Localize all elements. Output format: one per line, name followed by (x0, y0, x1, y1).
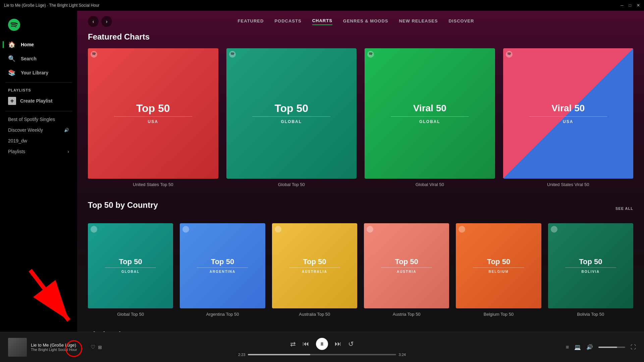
country-section-header: Top 50 by Country SEE ALL (88, 200, 633, 217)
tab-new-releases[interactable]: NEW RELEASES (399, 18, 438, 25)
back-button[interactable]: ‹ (88, 16, 99, 27)
country-country-4: AUSTRIA (397, 270, 416, 274)
card-divider (391, 116, 469, 117)
maximize-button[interactable]: □ (629, 3, 631, 8)
library-label: Your Library (21, 70, 48, 75)
tab-discover[interactable]: DISCOVER (448, 18, 474, 25)
chart-card-austria[interactable]: Top 50 AUSTRIA Austria Top 50 (364, 223, 449, 317)
sidebar-divider-2 (5, 111, 72, 111)
forward-button[interactable]: › (101, 16, 112, 27)
create-playlist-label: Create Playlist (20, 98, 53, 104)
nav-links: FEATURED PODCASTS CHARTS GENRES & MOODS … (238, 18, 474, 25)
shuffle-button[interactable]: ⇄ (290, 340, 296, 348)
chart-card-us-top50[interactable]: Top 50 USA United States Top 50 (88, 48, 218, 187)
playlist-label: Discover Weekly (8, 127, 43, 133)
card-divider (114, 116, 192, 117)
chart-card-us-viral[interactable]: Viral 50 USA United States Viral 50 (503, 48, 634, 187)
playlist-label: Playlists (8, 149, 25, 154)
main-content: ‹ › FEATURED PODCASTS CHARTS GENRES & MO… (77, 11, 644, 332)
svg-point-10 (551, 226, 557, 233)
featured-card-label-2: Global Top 50 (226, 182, 357, 187)
nav-arrows: ‹ › (88, 16, 112, 27)
tab-charts[interactable]: CHARTS (312, 18, 332, 25)
svg-point-4 (506, 51, 513, 58)
card-divider (289, 267, 340, 268)
country-card-label-1: Global Top 50 (88, 312, 173, 317)
home-label: Home (21, 42, 34, 47)
chart-card-australia[interactable]: Top 50 AUSTRALIA Australia Top 50 (272, 223, 357, 317)
progress-fill (248, 354, 310, 355)
chart-card-global-viral[interactable]: Viral 50 GLOBAL Global Viral 50 (365, 48, 495, 187)
track-actions: ♡ ⊞ (91, 344, 102, 350)
svg-point-5 (91, 226, 97, 233)
volume-icon[interactable]: 🔊 (586, 344, 593, 350)
country-card-label-6: Bolivia Top 50 (548, 312, 633, 317)
repeat-button[interactable]: ↺ (348, 340, 354, 348)
player-track-info: Lie to Me (Große Lüge) The Bright Light … (8, 338, 102, 357)
spotify-logo[interactable] (0, 13, 77, 38)
country-card-label-3: Australia Top 50 (272, 312, 357, 317)
chart-card-global-top50[interactable]: Top 50 GLOBAL Global Top 50 (226, 48, 357, 187)
home-icon: 🏠 (8, 41, 15, 48)
minimize-button[interactable]: ─ (621, 3, 624, 8)
playlist-item-best-of-spotify[interactable]: Best of Spotify Singles (0, 114, 77, 125)
featured-charts-grid: Top 50 USA United States Top 50 Top 50 G… (88, 48, 633, 187)
tab-genres-moods[interactable]: GENRES & MOODS (343, 18, 388, 25)
chart-image-australia: Top 50 AUSTRALIA (272, 223, 357, 308)
chart-image-argentina: Top 50 ARGENTINA (180, 223, 265, 308)
chart-image-bolivia: Top 50 BOLIVIA (548, 223, 633, 308)
playlists-section-label: PLAYLISTS (0, 85, 77, 94)
previous-button[interactable]: ⏮ (303, 340, 309, 348)
playlist-label: 2019_dw (8, 138, 27, 143)
next-button[interactable]: ⏭ (335, 340, 341, 348)
play-pause-button[interactable]: ⏸ (316, 338, 328, 350)
like-button[interactable]: ♡ (91, 344, 95, 350)
chart-card-argentina[interactable]: Top 50 ARGENTINA Argentina Top 50 (180, 223, 265, 317)
playlist-item-playlists[interactable]: Playlists › (0, 146, 77, 157)
sidebar-item-library[interactable]: 📚 Your Library (3, 66, 74, 80)
featured-viral-label-2: Viral 50 (551, 103, 585, 114)
featured-top50-label-2: Top 50 (274, 103, 308, 114)
track-name: Lie to Me (Große Lüge) (31, 343, 87, 348)
album-art (8, 338, 27, 357)
sidebar-navigation: 🏠 Home 🔍 Search 📚 Your Library (0, 38, 77, 80)
see-all-country-button[interactable]: SEE ALL (615, 206, 633, 210)
featured-viral-label-1: Viral 50 (413, 103, 446, 114)
country-card-label-2: Argentina Top 50 (180, 312, 265, 317)
featured-card-label-3: Global Viral 50 (365, 182, 495, 187)
create-playlist-button[interactable]: + Create Playlist (0, 94, 77, 108)
devices-icon[interactable]: 💻 (574, 344, 581, 350)
chart-image-austria: Top 50 AUSTRIA (364, 223, 449, 308)
svg-point-6 (182, 226, 189, 233)
fullscreen-icon[interactable]: ⛶ (631, 344, 636, 350)
chart-image-us-top50: Top 50 USA (88, 48, 218, 179)
tab-featured[interactable]: FEATURED (238, 18, 264, 25)
queue-button[interactable]: ⊞ (98, 345, 102, 350)
card-divider (529, 116, 607, 117)
playlist-item-discover-weekly[interactable]: Discover Weekly 🔊 (0, 125, 77, 135)
titlebar: Lie to Me (Große Lüge) · The Bright Ligh… (0, 0, 644, 11)
progress-bar[interactable] (248, 354, 396, 355)
tab-podcasts[interactable]: PODCASTS (274, 18, 301, 25)
chart-card-bolivia[interactable]: Top 50 BOLIVIA Bolivia Top 50 (548, 223, 633, 317)
search-icon: 🔍 (8, 55, 15, 62)
search-label: Search (21, 56, 37, 61)
titlebar-title: Lie to Me (Große Lüge) · The Bright Ligh… (4, 3, 100, 8)
country-country-6: BOLIVIA (582, 270, 600, 274)
queue-list-icon[interactable]: ≡ (566, 344, 569, 350)
card-divider (473, 267, 524, 268)
sidebar-item-home[interactable]: 🏠 Home (3, 38, 74, 52)
window-controls[interactable]: ─ □ ✕ (621, 3, 640, 8)
featured-card-label-1: United States Top 50 (88, 182, 218, 187)
card-divider (565, 267, 616, 268)
close-button[interactable]: ✕ (637, 3, 640, 8)
playlist-item-2019-dw[interactable]: 2019_dw (0, 135, 77, 146)
control-buttons: ⇄ ⏮ ⏸ ⏭ ↺ (290, 338, 354, 350)
volume-bar[interactable] (598, 347, 625, 348)
chart-card-belgium[interactable]: Top 50 BELGIUM Belgium Top 50 (456, 223, 541, 317)
volume-fill (598, 347, 617, 348)
sidebar-item-search[interactable]: 🔍 Search (3, 52, 74, 66)
chart-card-global-country[interactable]: Top 50 GLOBAL Global Top 50 (88, 223, 173, 317)
country-top50-label-3: Top 50 (303, 258, 326, 265)
featured-country-3: GLOBAL (419, 119, 440, 124)
